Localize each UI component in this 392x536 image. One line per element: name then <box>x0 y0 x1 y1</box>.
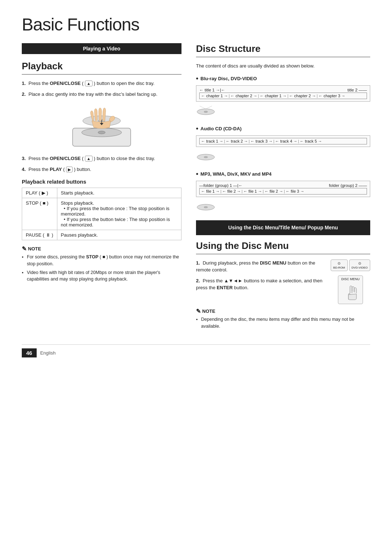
using-disc-steps-area: 1. During playback, press the DISC MENU … <box>196 259 323 295</box>
disc-diagram-audiocd: ← track 1 →|← track 2 →|← track 3 →|← tr… <box>196 135 370 147</box>
note-item-1: For some discs, pressing the STOP ( ■ ) … <box>22 254 181 267</box>
left-column: Playing a Video Playback 1. Press the OP… <box>22 43 181 331</box>
pause-button-cell: PAUSE ( ⏸ ) <box>22 230 57 240</box>
disc-thumb-mp3 <box>196 200 216 213</box>
using-step-2-num: 2. <box>196 278 200 283</box>
svg-line-9 <box>200 106 206 109</box>
play-button-cell: PLAY ( ▶ ) <box>22 188 57 198</box>
page-number: 46 <box>22 348 37 357</box>
pause-desc-cell: Pauses playback. <box>57 230 181 240</box>
title2-label: title 2 —— <box>347 88 367 92</box>
right-column: Disc Structure The content of discs are … <box>196 43 370 331</box>
step-1: 1. Press the OPEN/CLOSE ( ▲ ) button to … <box>22 80 181 87</box>
page-language: English <box>40 350 56 356</box>
play-desc-cell: Starts playback. <box>57 188 181 198</box>
table-row-pause: PAUSE ( ⏸ ) Pauses playback. <box>22 230 181 240</box>
disc-type-mp3: MP3, WMA, DivX, MKV and MP4 <box>196 170 370 178</box>
bd-rom-icon: ⊙ BD-ROM <box>331 259 347 271</box>
disc-structure-title: Disc Structure <box>196 43 370 57</box>
stop-button-cell: STOP ( ■ ) <box>22 198 57 230</box>
step-1-num: 1. <box>22 81 26 86</box>
using-disc-note-list: Depending on the disc, the menu items ma… <box>196 316 370 330</box>
step-3-num: 3. <box>22 156 26 161</box>
note-pen-icon: ✎ <box>22 245 26 252</box>
related-buttons-title: Playback related buttons <box>22 179 181 185</box>
svg-line-10 <box>206 106 212 109</box>
note-item-2: Video files with high bit rates of 20Mbp… <box>22 269 181 283</box>
svg-point-14 <box>204 206 208 208</box>
page-title: Basic Functions <box>22 15 370 34</box>
using-step-1-bold: DISC MENU <box>260 260 286 266</box>
bluray-chapters-row: ← chapter 1 →|← chapter 2 →|← chapter 1 … <box>199 93 367 99</box>
svg-point-2 <box>98 131 105 134</box>
mp3-files-row: ← file 1 →|← file 2 →|← file 1 →|← file … <box>199 188 367 195</box>
using-disc-note-label: ✎ NOTE <box>196 308 370 315</box>
disc-diagram-mp3: —folder (group) 1 —|← folder (group) 2 —… <box>196 181 370 197</box>
audiocd-tracks-row: ← track 1 →|← track 2 →|← track 3 →|← tr… <box>199 138 367 144</box>
playing-video-banner: Playing a Video <box>22 43 181 54</box>
disc-type-audiocd: Audio CD (CD-DA) <box>196 125 370 132</box>
disc-menu-button-icon: DISC MENU <box>338 275 363 304</box>
folder1-label: —folder (group) 1 —|← <box>199 183 242 188</box>
playback-table: PLAY ( ▶ ) Starts playback. STOP ( ■ ) S… <box>22 188 181 240</box>
disc-type-bluray: Blu-ray Disc, DVD-VIDEO <box>196 75 370 82</box>
step-4: 4. Press the PLAY ( ▶ ) button. <box>22 166 181 173</box>
note-label-text: NOTE <box>28 246 41 251</box>
table-row-stop: STOP ( ■ ) Stops playback. • If you pres… <box>22 198 181 230</box>
svg-point-8 <box>204 111 208 112</box>
using-disc-steps: 1. During playback, press the DISC MENU … <box>196 259 323 291</box>
step-2-num: 2. <box>22 91 26 97</box>
step-4-num: 4. <box>22 167 26 172</box>
step-3: 3. Press the OPEN/CLOSE ( ▲ ) button to … <box>22 155 181 162</box>
note-label: ✎ NOTE <box>22 245 181 252</box>
using-step-1-num: 1. <box>196 260 200 266</box>
using-step-2: 2. Press the ▲▼◄► buttons to make a sele… <box>196 277 323 291</box>
using-disc-note-label-text: NOTE <box>202 308 215 314</box>
remote-icons-area: ⊙ BD-ROM ⊙ DVD-VIDEO DISC MENU <box>331 259 370 304</box>
page-footer: 46 English <box>22 344 370 357</box>
svg-point-12 <box>204 156 208 158</box>
folder2-label: folder (group) 2 —— <box>329 183 367 188</box>
disc-thumb-audiocd <box>196 150 216 163</box>
note-list: For some discs, pressing the STOP ( ■ ) … <box>22 254 181 283</box>
using-disc-menu-banner: Using the Disc Menu/Title Menu/ Popup Me… <box>196 220 370 235</box>
table-row-play: PLAY ( ▶ ) Starts playback. <box>22 188 181 198</box>
playback-section-title: Playback <box>22 61 181 75</box>
using-disc-menu-title: Using the Disc Menu <box>196 240 370 254</box>
playback-steps-2: 3. Press the OPEN/CLOSE ( ▲ ) button to … <box>22 155 181 173</box>
note-section: ✎ NOTE For some discs, pressing the STOP… <box>22 245 181 283</box>
step-2: 2. Place a disc gently into the tray wit… <box>22 91 181 98</box>
dvd-video-icon: ⊙ DVD-VIDEO <box>349 259 370 271</box>
using-disc-note-section: ✎ NOTE Depending on the disc, the menu i… <box>196 308 370 330</box>
using-disc-note-item-1: Depending on the disc, the menu items ma… <box>196 316 370 330</box>
step-1-bold: OPEN/CLOSE <box>50 81 81 86</box>
note-pen-icon-2: ✎ <box>196 308 201 315</box>
title1-label: ← title 1 →|← <box>199 88 225 92</box>
using-step-1: 1. During playback, press the DISC MENU … <box>196 259 323 274</box>
playback-steps: 1. Press the OPEN/CLOSE ( ▲ ) button to … <box>22 80 181 98</box>
disc-structure-desc: The content of discs are usually divided… <box>196 62 370 70</box>
step-4-bold: PLAY <box>50 167 62 172</box>
disc-thumb-bluray <box>196 105 216 117</box>
disc-diagram-bluray: ← title 1 →|← title 2 —— ← chapter 1 →|←… <box>196 85 370 102</box>
using-step-2-bold: ENTER <box>217 285 233 290</box>
stop-desc-cell: Stops playback. • If you press the butto… <box>57 198 181 230</box>
disc-icons-row: ⊙ BD-ROM ⊙ DVD-VIDEO <box>331 259 370 271</box>
disc-image <box>65 103 138 150</box>
step-3-bold: OPEN/CLOSE <box>50 156 81 161</box>
